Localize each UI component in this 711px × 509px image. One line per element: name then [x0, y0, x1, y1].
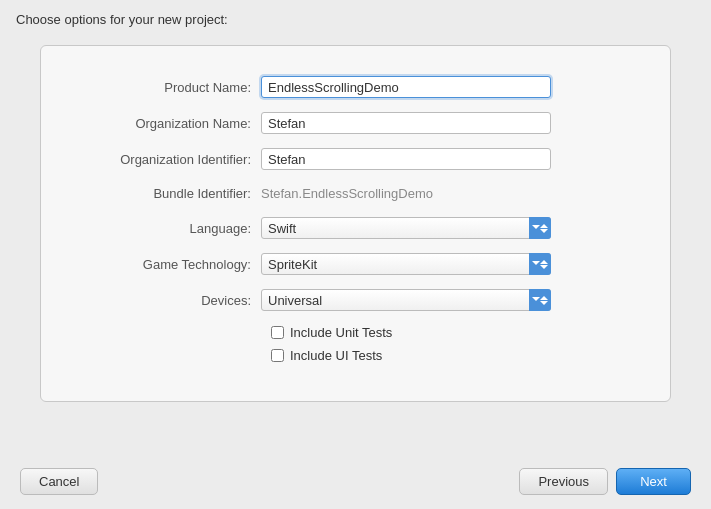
org-identifier-label: Organization Identifier: [61, 152, 261, 167]
instruction-text: Choose options for your new project: [0, 0, 711, 35]
org-name-input[interactable] [261, 112, 551, 134]
right-buttons: Previous Next [519, 468, 691, 495]
cancel-button[interactable]: Cancel [20, 468, 98, 495]
include-unit-tests-checkbox[interactable] [271, 326, 284, 339]
org-name-label: Organization Name: [61, 116, 261, 131]
include-ui-tests-checkbox[interactable] [271, 349, 284, 362]
org-name-row: Organization Name: [61, 112, 650, 134]
game-technology-select[interactable]: SpriteKit SceneKit Metal None [261, 253, 551, 275]
next-button[interactable]: Next [616, 468, 691, 495]
include-ui-tests-row: Include UI Tests [61, 348, 650, 363]
include-unit-tests-label: Include Unit Tests [290, 325, 392, 340]
devices-select[interactable]: Universal iPhone iPad [261, 289, 551, 311]
include-ui-tests-label: Include UI Tests [290, 348, 382, 363]
game-technology-row: Game Technology: SpriteKit SceneKit Meta… [61, 253, 650, 275]
previous-button[interactable]: Previous [519, 468, 608, 495]
bundle-identifier-row: Bundle Identifier: Stefan.EndlessScrolli… [61, 184, 650, 203]
game-technology-select-wrapper: SpriteKit SceneKit Metal None [261, 253, 551, 275]
language-select-wrapper: Swift Objective-C [261, 217, 551, 239]
org-identifier-input[interactable] [261, 148, 551, 170]
form-container: Product Name: Organization Name: Organiz… [40, 45, 671, 402]
bottom-bar: Cancel Previous Next [0, 456, 711, 509]
language-select[interactable]: Swift Objective-C [261, 217, 551, 239]
product-name-row: Product Name: [61, 76, 650, 98]
devices-select-wrapper: Universal iPhone iPad [261, 289, 551, 311]
bundle-identifier-value: Stefan.EndlessScrollingDemo [261, 184, 433, 203]
main-content: Product Name: Organization Name: Organiz… [0, 35, 711, 456]
devices-row: Devices: Universal iPhone iPad [61, 289, 650, 311]
language-label: Language: [61, 221, 261, 236]
org-identifier-row: Organization Identifier: [61, 148, 650, 170]
bundle-identifier-label: Bundle Identifier: [61, 186, 261, 201]
product-name-label: Product Name: [61, 80, 261, 95]
devices-label: Devices: [61, 293, 261, 308]
product-name-input[interactable] [261, 76, 551, 98]
game-technology-label: Game Technology: [61, 257, 261, 272]
include-unit-tests-row: Include Unit Tests [61, 325, 650, 340]
language-row: Language: Swift Objective-C [61, 217, 650, 239]
